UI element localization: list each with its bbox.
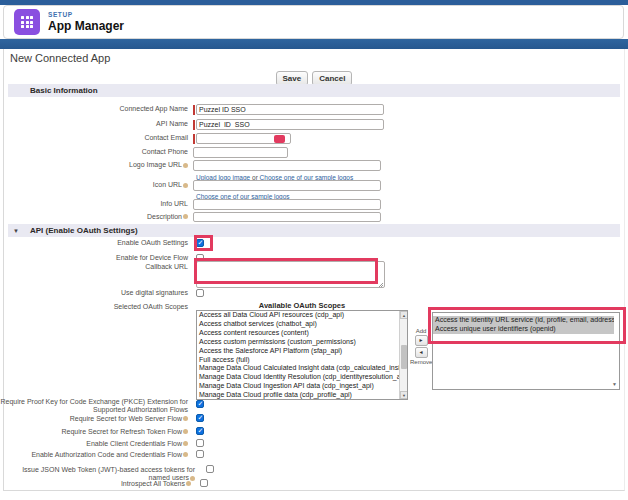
logo-image-url-label: Logo Image URL xyxy=(0,161,193,170)
info-icon xyxy=(183,214,188,219)
scroll-down-icon[interactable]: ▼ xyxy=(400,391,408,399)
callback-url-row: Callback URL xyxy=(0,261,193,291)
api-name-label: API Name xyxy=(0,120,193,129)
digital-signatures-checkbox[interactable] xyxy=(196,289,204,297)
refresh-token-flow-row: Require Secret for Refresh Token Flow xyxy=(0,427,204,436)
connected-app-name-row: Connected App Name xyxy=(0,104,384,115)
info-icon xyxy=(183,452,188,457)
scope-option[interactable]: Access the Salesforce API Platform (sfap… xyxy=(197,347,400,356)
required-bar xyxy=(193,120,195,130)
scope-option[interactable]: Manage Data Cloud profile data (cdp_prof… xyxy=(197,391,400,400)
client-credentials-flow-row: Enable Client Credentials Flow xyxy=(0,439,204,448)
available-scopes-listbox[interactable]: Access all Data Cloud API resources (cdp… xyxy=(196,310,408,400)
info-url-row: Info URL xyxy=(0,199,381,210)
add-scope-button[interactable]: ▸ xyxy=(415,335,428,346)
setup-header: SETUP App Manager xyxy=(3,5,624,39)
selected-scopes-row: Selected OAuth Scopes xyxy=(0,303,193,312)
enable-oauth-label: Enable OAuth Settings xyxy=(0,239,193,248)
auth-code-credentials-flow-checkbox[interactable] xyxy=(196,450,204,458)
api-name-row: API Name xyxy=(0,119,384,130)
basic-information-label: Basic Information xyxy=(30,86,98,95)
logo-image-url-row: Logo Image URL xyxy=(0,160,381,171)
pkce-checkbox[interactable] xyxy=(196,400,204,408)
icon-url-input[interactable] xyxy=(193,180,381,191)
info-url-label: Info URL xyxy=(0,200,193,209)
selected-scope-option[interactable]: Access the identity URL service (id, pro… xyxy=(433,316,614,325)
scope-option[interactable]: Access chatbot services (chatbot_api) xyxy=(197,320,400,329)
add-remove-controls: Add ▸ ◂ Remove xyxy=(410,328,432,365)
refresh-token-flow-checkbox[interactable] xyxy=(196,427,204,435)
contact-phone-input[interactable] xyxy=(193,147,288,158)
auth-code-credentials-flow-row: Enable Authorization Code and Credential… xyxy=(0,450,204,459)
pkce-row: Require Proof Key for Code Exchange (PKC… xyxy=(0,397,204,415)
connected-app-name-label: Connected App Name xyxy=(0,105,193,114)
icon-url-row: Icon URL xyxy=(0,180,381,191)
jwt-tokens-checkbox[interactable] xyxy=(206,465,214,473)
info-icon xyxy=(183,416,188,421)
header-text: SETUP App Manager xyxy=(48,11,124,33)
selected-scopes-listbox[interactable]: Access the identity URL service (id, pro… xyxy=(432,312,620,390)
enable-oauth-row: Enable OAuth Settings xyxy=(0,239,204,248)
available-scopes-header: Available OAuth Scopes xyxy=(196,301,408,310)
web-server-flow-label: Require Secret for Web Server Flow xyxy=(0,414,193,423)
setup-page: SETUP App Manager New Connected App Save… xyxy=(0,0,628,500)
pkce-label: Require Proof Key for Code Exchange (PKC… xyxy=(0,397,193,415)
introspect-all-tokens-checkbox[interactable] xyxy=(200,479,208,487)
add-label: Add xyxy=(410,328,432,334)
scope-option[interactable]: Access all Data Cloud API resources (cdp… xyxy=(197,311,400,320)
required-bar xyxy=(193,134,195,144)
info-icon xyxy=(183,441,188,446)
contact-email-label: Contact Email xyxy=(0,134,193,143)
digital-signatures-row: Use digital signatures xyxy=(0,289,204,298)
scroll-up-icon[interactable]: ▲ xyxy=(400,311,408,319)
refresh-token-flow-label: Require Secret for Refresh Token Flow xyxy=(0,427,193,436)
scroll-down-icon[interactable]: ▼ xyxy=(612,381,617,387)
scope-option[interactable]: Access custom permissions (custom_permis… xyxy=(197,338,400,347)
highlight-marker xyxy=(274,135,285,143)
scope-option[interactable]: Manage Data Cloud Ingestion API data (cd… xyxy=(197,382,400,391)
collapse-icon[interactable]: ▼ xyxy=(13,228,19,234)
client-credentials-flow-label: Enable Client Credentials Flow xyxy=(0,439,193,448)
introspect-all-tokens-row: Introspect All Tokens xyxy=(0,479,208,488)
oauth-section-label: API (Enable OAuth Settings) xyxy=(30,226,138,235)
basic-information-section-header: Basic Information xyxy=(8,84,620,97)
callback-url-label: Callback URL xyxy=(0,261,193,272)
digital-signatures-label: Use digital signatures xyxy=(0,289,193,298)
available-scopes-scrollbar[interactable]: ▲ ▼ xyxy=(399,311,407,399)
web-server-flow-checkbox[interactable] xyxy=(196,414,204,422)
client-credentials-flow-checkbox[interactable] xyxy=(196,439,204,447)
web-server-flow-row: Require Secret for Web Server Flow xyxy=(0,414,204,423)
info-icon xyxy=(183,183,188,188)
oauth-section-header: ▼ API (Enable OAuth Settings) xyxy=(8,224,620,237)
auth-code-credentials-flow-label: Enable Authorization Code and Credential… xyxy=(0,450,193,459)
scope-option[interactable]: Manage Data Cloud Identity Resolution (c… xyxy=(197,373,400,382)
enable-oauth-checkbox[interactable] xyxy=(196,239,204,247)
description-input[interactable] xyxy=(193,212,381,222)
app-manager-grid-icon xyxy=(14,9,40,35)
info-url-input[interactable] xyxy=(193,199,381,210)
selected-scope-option[interactable]: Access unique user identifiers (openid) xyxy=(433,325,614,334)
app-manager-title: App Manager xyxy=(48,19,124,33)
api-name-input[interactable] xyxy=(196,119,384,130)
remove-label: Remove xyxy=(410,359,432,365)
contact-phone-row: Contact Phone xyxy=(0,147,288,158)
selected-oauth-scopes-label: Selected OAuth Scopes xyxy=(0,303,193,312)
required-bar xyxy=(193,105,195,115)
logo-image-url-input[interactable] xyxy=(193,160,381,171)
header-divider-strip xyxy=(0,39,628,49)
info-icon xyxy=(183,163,188,168)
callback-url-textarea[interactable] xyxy=(196,261,385,288)
scope-option[interactable]: Access content resources (content) xyxy=(197,329,400,338)
connected-app-name-input[interactable] xyxy=(196,104,384,115)
contact-email-row: Contact Email xyxy=(0,133,291,144)
scope-option[interactable]: Manage Data Cloud Calculated Insight dat… xyxy=(197,364,400,373)
remove-scope-button[interactable]: ◂ xyxy=(415,347,428,358)
icon-url-label: Icon URL xyxy=(0,181,193,190)
description-label: Description xyxy=(0,213,193,222)
resize-grip[interactable] xyxy=(378,282,383,287)
setup-eyebrow: SETUP xyxy=(48,11,124,18)
page-title: New Connected App xyxy=(10,52,110,64)
scope-option[interactable]: Full access (full) xyxy=(197,356,400,365)
scrollbar-thumb[interactable] xyxy=(401,345,407,369)
description-row: Description xyxy=(0,212,381,222)
